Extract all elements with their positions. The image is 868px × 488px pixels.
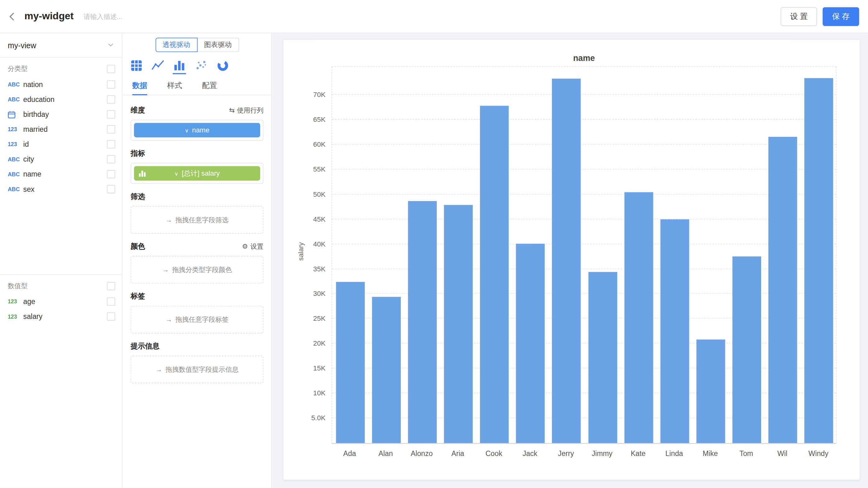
tooltip-section-label: 提示信息: [131, 341, 160, 351]
metric-dropzone[interactable]: ∨ [总计] salary: [131, 163, 264, 184]
y-axis-tick-label: 65K: [283, 116, 325, 123]
save-button[interactable]: 保 存: [823, 7, 859, 26]
dimension-pill-name[interactable]: ∨ name: [134, 123, 260, 138]
x-axis-tick-label: Aria: [440, 449, 476, 458]
field-checkbox[interactable]: [107, 95, 115, 103]
chevron-down-icon: ∨: [185, 127, 189, 133]
y-axis-tick-label: 70K: [283, 91, 325, 98]
pie-chart-icon[interactable]: [216, 58, 229, 74]
field-group-header: 数值型: [0, 275, 122, 294]
scatter-chart-icon[interactable]: [194, 58, 208, 74]
filter-dropzone[interactable]: → 拖拽任意字段筛选: [131, 206, 264, 234]
x-axis-tick-label: Alonzo: [404, 449, 440, 458]
bar-Jimmy[interactable]: [588, 272, 617, 443]
filter-section-label: 筛选: [131, 192, 145, 202]
field-checkbox[interactable]: [107, 110, 115, 119]
label-dropzone[interactable]: → 拖拽任意字段标签: [131, 306, 264, 334]
field-item-birthday[interactable]: birthday: [0, 107, 122, 122]
field-group-label: 数值型: [8, 281, 107, 291]
field-checkbox[interactable]: [107, 170, 115, 178]
metric-section-label: 指标: [131, 149, 145, 158]
metric-pill-salary[interactable]: ∨ [总计] salary: [134, 166, 260, 181]
numeric-type-icon: 123: [8, 298, 23, 305]
x-axis-tick-label: Linda: [656, 449, 692, 458]
field-checkbox[interactable]: [107, 80, 115, 89]
tab-config[interactable]: 配置: [202, 78, 217, 95]
field-checkbox[interactable]: [107, 312, 115, 321]
field-item-name[interactable]: ABCname: [0, 166, 122, 182]
use-rows-columns-button[interactable]: ⇆ 使用行列: [229, 105, 264, 115]
description-input[interactable]: [84, 12, 205, 20]
color-section-label: 颜色: [131, 242, 145, 251]
group-checkbox[interactable]: [107, 65, 115, 73]
bar-Kate[interactable]: [624, 192, 653, 443]
bar-Wil[interactable]: [769, 136, 798, 443]
text-type-icon: ABC: [8, 186, 23, 192]
color-dropzone[interactable]: → 拖拽分类型字段颜色: [131, 256, 264, 283]
field-group-label: 分类型: [8, 64, 107, 74]
label-dropzone-hint: 拖拽任意字段标签: [176, 315, 229, 324]
bar-Ada[interactable]: [336, 282, 365, 443]
bar-Cook[interactable]: [480, 106, 509, 443]
color-dropzone-hint: 拖拽分类型字段颜色: [172, 265, 232, 274]
field-item-age[interactable]: 123age: [0, 294, 122, 309]
bar-Jack[interactable]: [516, 244, 545, 443]
line-chart-icon[interactable]: [151, 58, 164, 74]
settings-button[interactable]: 设 置: [781, 7, 817, 26]
bar-Windy[interactable]: [805, 78, 834, 443]
group-checkbox[interactable]: [107, 282, 115, 290]
bar-Alonzo[interactable]: [408, 201, 437, 443]
field-checkbox[interactable]: [107, 298, 115, 306]
chart-preview-area: name salary 5.0K10K15K20K25K30K35K40K45K…: [273, 33, 868, 488]
chevron-down-icon: ∨: [174, 170, 178, 177]
panel-body: 维度 ⇆ 使用行列 ∨ name 指标: [123, 95, 272, 391]
chevron-down-icon: [107, 41, 114, 50]
y-axis-tick-label: 60K: [283, 141, 325, 148]
field-name: city: [23, 155, 107, 163]
bar-Mike[interactable]: [696, 340, 725, 443]
gridline: [332, 169, 836, 170]
field-item-id[interactable]: 123id: [0, 137, 122, 152]
text-type-icon: ABC: [8, 171, 23, 178]
tab-style[interactable]: 样式: [167, 78, 182, 95]
back-button[interactable]: [0, 0, 24, 33]
x-axis-tick-label: Cook: [476, 449, 512, 458]
field-item-nation[interactable]: ABCnation: [0, 77, 122, 92]
tooltip-dropzone[interactable]: → 拖拽数值型字段提示信息: [131, 356, 264, 383]
field-checkbox[interactable]: [107, 185, 115, 193]
field-checkbox[interactable]: [107, 140, 115, 149]
field-item-sex[interactable]: ABCsex: [0, 182, 122, 196]
color-settings-button[interactable]: ⚙ 设置: [242, 242, 264, 251]
field-checkbox[interactable]: [107, 155, 115, 163]
tab-chart-driven[interactable]: 图表驱动: [197, 38, 239, 52]
widget-editor: my-widget 设 置 保 存 my-view 分类型ABCnationAB…: [0, 0, 868, 488]
bar-Jerry[interactable]: [552, 79, 581, 443]
bar-Tom[interactable]: [733, 256, 762, 443]
chevron-left-icon: [7, 11, 17, 22]
tab-pivot-driven[interactable]: 透视驱动: [155, 38, 197, 52]
field-item-salary[interactable]: 123salary: [0, 309, 122, 324]
field-name: nation: [23, 80, 107, 89]
field-checkbox[interactable]: [107, 125, 115, 134]
y-axis-tick-label: 20K: [283, 340, 325, 347]
field-name: education: [23, 95, 107, 103]
gridline: [332, 119, 836, 120]
numeric-type-icon: 123: [8, 314, 23, 320]
field-item-city[interactable]: ABCcity: [0, 152, 122, 166]
field-name: married: [23, 125, 107, 134]
table-chart-icon[interactable]: [129, 58, 143, 74]
bar-Alan[interactable]: [372, 297, 401, 443]
tab-data[interactable]: 数据: [132, 78, 147, 95]
field-name: salary: [23, 312, 107, 321]
y-axis-tick-label: 40K: [283, 240, 325, 248]
bar-chart-icon[interactable]: [173, 58, 186, 74]
field-item-education[interactable]: ABCeducation: [0, 92, 122, 107]
bar-Linda[interactable]: [660, 219, 689, 443]
x-axis-tick-label: Alan: [368, 449, 404, 458]
y-axis-tick-label: 35K: [283, 265, 325, 273]
field-item-married[interactable]: 123married: [0, 122, 122, 137]
dimension-dropzone[interactable]: ∨ name: [131, 120, 264, 141]
bar-Aria[interactable]: [444, 205, 473, 443]
y-axis-tick-label: 15K: [283, 365, 325, 372]
view-selector[interactable]: my-view: [0, 33, 122, 58]
